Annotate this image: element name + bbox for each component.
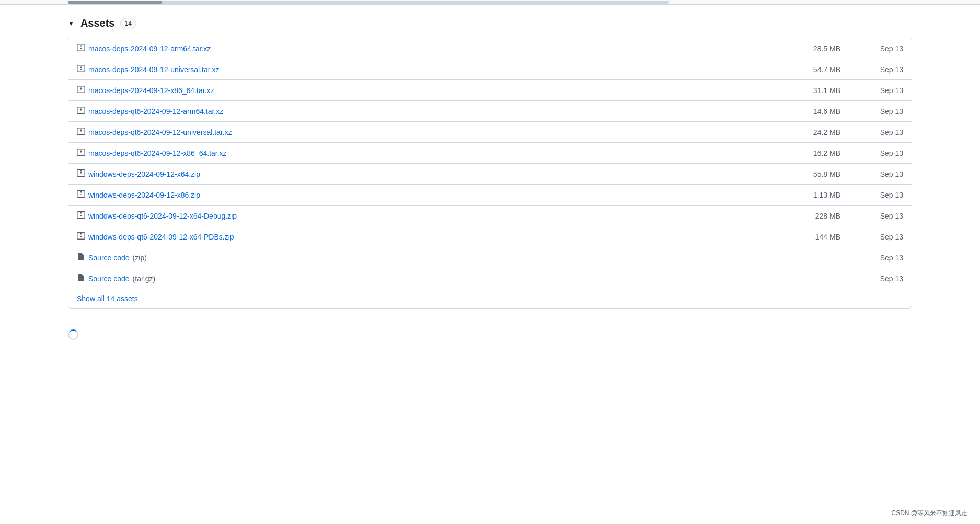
asset-name-cell: macos-deps-qt6-2024-09-12-arm64.tar.xz xyxy=(77,106,799,116)
asset-icon xyxy=(77,148,85,158)
asset-name-cell: macos-deps-2024-09-12-arm64.tar.xz xyxy=(77,43,799,53)
scrollbar-area[interactable] xyxy=(0,0,980,4)
asset-name-cell: windows-deps-qt6-2024-09-12-x64-PDBs.zip xyxy=(77,232,799,242)
asset-name-cell: Source code (tar.gz) xyxy=(77,274,799,283)
assets-table: macos-deps-2024-09-12-arm64.tar.xz 28.5 … xyxy=(68,38,912,309)
asset-name-cell: macos-deps-2024-09-12-universal.tar.xz xyxy=(77,64,799,74)
asset-date: Sep 13 xyxy=(861,44,903,53)
asset-icon xyxy=(77,106,85,116)
asset-row: windows-deps-2024-09-12-x86.zip 1.13 MB … xyxy=(68,185,912,206)
asset-size: 228 MB xyxy=(799,212,861,220)
page-container: ▼ Assets 14 macos-deps-2024-09-12-arm64.… xyxy=(0,0,980,524)
asset-icon xyxy=(77,85,85,95)
asset-size: 31.1 MB xyxy=(799,86,861,95)
asset-link[interactable]: windows-deps-2024-09-12-x64.zip xyxy=(88,170,200,178)
show-all-row: Show all 14 assets xyxy=(68,289,912,308)
footer-watermark: CSDN @等风来不如迎风走 xyxy=(891,509,967,518)
asset-icon xyxy=(77,190,85,200)
asset-date: Sep 13 xyxy=(861,65,903,74)
asset-link[interactable]: Source code xyxy=(88,254,130,262)
asset-date: Sep 13 xyxy=(861,191,903,199)
assets-triangle-icon: ▼ xyxy=(68,20,74,27)
asset-link[interactable]: windows-deps-qt6-2024-09-12-x64-Debug.zi… xyxy=(88,212,237,220)
asset-date: Sep 13 xyxy=(861,275,903,283)
asset-name-cell: windows-deps-2024-09-12-x86.zip xyxy=(77,190,799,200)
asset-name-cell: macos-deps-qt6-2024-09-12-x86_64.tar.xz xyxy=(77,148,799,158)
asset-size: 144 MB xyxy=(799,233,861,241)
asset-link[interactable]: macos-deps-2024-09-12-universal.tar.xz xyxy=(88,65,220,74)
asset-size: 24.2 MB xyxy=(799,128,861,136)
asset-type: (zip) xyxy=(133,254,147,262)
asset-row: macos-deps-qt6-2024-09-12-x86_64.tar.xz … xyxy=(68,143,912,164)
asset-size: 1.13 MB xyxy=(799,191,861,199)
asset-icon xyxy=(77,274,85,283)
asset-name-cell: macos-deps-qt6-2024-09-12-universal.tar.… xyxy=(77,127,799,137)
asset-date: Sep 13 xyxy=(861,128,903,136)
asset-date: Sep 13 xyxy=(861,86,903,95)
asset-name-cell: Source code (zip) xyxy=(77,253,799,263)
asset-date: Sep 13 xyxy=(861,107,903,116)
asset-icon xyxy=(77,127,85,137)
asset-type: (tar.gz) xyxy=(133,275,156,283)
asset-date: Sep 13 xyxy=(861,170,903,178)
asset-date: Sep 13 xyxy=(861,212,903,220)
asset-row: windows-deps-2024-09-12-x64.zip 55.8 MB … xyxy=(68,164,912,185)
asset-row: macos-deps-qt6-2024-09-12-universal.tar.… xyxy=(68,122,912,143)
asset-size: 28.5 MB xyxy=(799,44,861,53)
main-content: ▼ Assets 14 macos-deps-2024-09-12-arm64.… xyxy=(0,5,980,321)
asset-icon xyxy=(77,169,85,179)
asset-icon xyxy=(77,253,85,263)
asset-link[interactable]: macos-deps-2024-09-12-x86_64.tar.xz xyxy=(88,86,214,95)
assets-header[interactable]: ▼ Assets 14 xyxy=(68,17,912,29)
asset-name-cell: macos-deps-2024-09-12-x86_64.tar.xz xyxy=(77,85,799,95)
asset-name-cell: windows-deps-2024-09-12-x64.zip xyxy=(77,169,799,179)
asset-link[interactable]: macos-deps-qt6-2024-09-12-x86_64.tar.xz xyxy=(88,149,227,157)
asset-icon xyxy=(77,211,85,221)
asset-row: windows-deps-qt6-2024-09-12-x64-Debug.zi… xyxy=(68,206,912,226)
asset-date: Sep 13 xyxy=(861,149,903,157)
bottom-area xyxy=(0,321,980,348)
assets-count-badge: 14 xyxy=(120,18,136,29)
asset-link[interactable]: Source code xyxy=(88,275,130,283)
assets-title: Assets xyxy=(80,17,115,29)
asset-icon xyxy=(77,43,85,53)
scrollbar-track xyxy=(68,1,669,4)
asset-link[interactable]: macos-deps-qt6-2024-09-12-arm64.tar.xz xyxy=(88,107,223,116)
asset-row: macos-deps-2024-09-12-arm64.tar.xz 28.5 … xyxy=(68,38,912,59)
asset-rows-container: macos-deps-2024-09-12-arm64.tar.xz 28.5 … xyxy=(68,38,912,289)
asset-row: Source code (tar.gz) Sep 13 xyxy=(68,268,912,289)
asset-link[interactable]: macos-deps-2024-09-12-arm64.tar.xz xyxy=(88,44,211,53)
asset-icon xyxy=(77,232,85,242)
asset-link[interactable]: macos-deps-qt6-2024-09-12-universal.tar.… xyxy=(88,128,232,136)
asset-date: Sep 13 xyxy=(861,233,903,241)
asset-size: 55.8 MB xyxy=(799,170,861,178)
asset-row: Source code (zip) Sep 13 xyxy=(68,247,912,268)
show-all-assets-link[interactable]: Show all 14 assets xyxy=(77,294,138,303)
asset-size: 16.2 MB xyxy=(799,149,861,157)
asset-row: macos-deps-qt6-2024-09-12-arm64.tar.xz 1… xyxy=(68,101,912,122)
asset-date: Sep 13 xyxy=(861,254,903,262)
loading-spinner xyxy=(68,329,78,340)
asset-size: 54.7 MB xyxy=(799,65,861,74)
asset-link[interactable]: windows-deps-2024-09-12-x86.zip xyxy=(88,191,200,199)
asset-row: windows-deps-qt6-2024-09-12-x64-PDBs.zip… xyxy=(68,226,912,247)
asset-size: 14.6 MB xyxy=(799,107,861,116)
asset-name-cell: windows-deps-qt6-2024-09-12-x64-Debug.zi… xyxy=(77,211,799,221)
asset-link[interactable]: windows-deps-qt6-2024-09-12-x64-PDBs.zip xyxy=(88,233,234,241)
scrollbar-thumb xyxy=(68,1,162,4)
asset-icon xyxy=(77,64,85,74)
asset-row: macos-deps-2024-09-12-universal.tar.xz 5… xyxy=(68,59,912,80)
asset-row: macos-deps-2024-09-12-x86_64.tar.xz 31.1… xyxy=(68,80,912,101)
